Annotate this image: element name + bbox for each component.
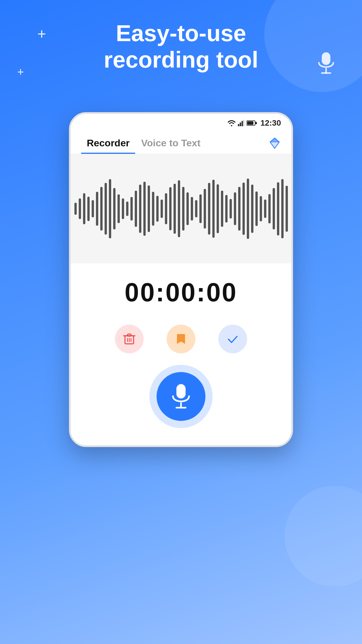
timer-section: 00:00:00 [71, 263, 291, 316]
wifi-icon [228, 120, 236, 126]
waveform-area [71, 154, 291, 263]
svg-rect-8 [247, 121, 253, 125]
tab-voice-to-text[interactable]: Voice to Text [135, 133, 206, 154]
waveform-bar [251, 185, 253, 233]
waveform-bar [199, 194, 202, 223]
svg-rect-0 [322, 52, 330, 65]
waveform-bar [234, 192, 236, 225]
waveform-bar [217, 184, 219, 233]
delete-button[interactable] [115, 325, 144, 353]
waveform-bar [264, 200, 266, 218]
tab-recorder[interactable]: Recorder [81, 133, 135, 154]
waveform-bar [273, 188, 275, 229]
waveform-bar [286, 186, 288, 232]
check-button[interactable] [218, 325, 247, 353]
waveform-bar [122, 198, 124, 219]
signal-icon [238, 120, 244, 126]
waveform-bar [268, 194, 271, 224]
waveform-bar [96, 192, 98, 225]
plus-decoration-2: + [17, 66, 24, 78]
diamond-icon[interactable] [268, 137, 281, 151]
waveform-bar [225, 195, 228, 223]
battery-icon [247, 120, 257, 126]
waveform-bar [79, 198, 81, 219]
mic-section [71, 359, 291, 445]
waveform-bar [165, 193, 167, 224]
timer-display: 00:00:00 [71, 278, 291, 307]
svg-rect-4 [240, 122, 241, 126]
svg-rect-5 [242, 121, 243, 126]
svg-rect-3 [238, 124, 239, 126]
waveform-bar [281, 179, 284, 238]
svg-rect-16 [128, 334, 131, 336]
record-button[interactable] [157, 372, 205, 421]
waveform-bar [178, 180, 180, 237]
waveform-bar [255, 191, 258, 226]
waveform-bar [191, 197, 193, 220]
phone-mockup: 12:30 Recorder Voice to Text 00:00:00 [69, 112, 293, 447]
svg-marker-12 [270, 138, 279, 142]
waveform [74, 177, 288, 240]
waveform-bar [277, 182, 279, 235]
waveform-bar [118, 194, 120, 223]
status-bar: 12:30 [71, 114, 291, 130]
waveform-bar [83, 193, 85, 224]
waveform-bar [208, 183, 210, 235]
svg-rect-6 [244, 120, 244, 126]
waveform-bar [126, 202, 128, 216]
waveform-bar [135, 191, 137, 227]
waveform-bar [109, 179, 111, 238]
bookmark-button[interactable] [167, 325, 195, 353]
waveform-bar [182, 187, 184, 231]
status-icons [228, 120, 257, 126]
waveform-bar [195, 200, 197, 217]
waveform-bar [87, 197, 90, 221]
plus-decoration-1: + [37, 25, 46, 43]
waveform-bar [230, 199, 232, 218]
waveform-bar [148, 185, 150, 232]
waveform-bar [152, 192, 154, 225]
bg-circle-2 [284, 486, 362, 586]
waveform-bar [92, 200, 94, 217]
waveform-bar [260, 196, 262, 222]
waveform-bar [105, 183, 107, 235]
status-time: 12:30 [260, 118, 281, 128]
waveform-bar [212, 180, 215, 238]
mic-outer-ring [149, 365, 213, 428]
svg-rect-9 [255, 122, 257, 124]
waveform-bar [74, 203, 77, 215]
waveform-bar [169, 187, 172, 230]
waveform-bar [139, 185, 141, 233]
waveform-bar [247, 179, 249, 239]
waveform-bar [113, 188, 115, 229]
tab-bar: Recorder Voice to Text [71, 130, 291, 154]
waveform-bar [161, 200, 163, 218]
svg-rect-20 [176, 384, 186, 398]
waveform-bar [130, 197, 133, 220]
waveform-bar [143, 182, 146, 236]
waveform-bar [186, 192, 189, 225]
waveform-bar [156, 196, 159, 222]
waveform-bar [174, 184, 176, 234]
waveform-bar [221, 191, 223, 227]
waveform-bar [100, 187, 103, 231]
header-text: Easy-to-use recording tool [75, 20, 287, 73]
waveform-bar [242, 183, 245, 235]
top-mic-icon [316, 52, 336, 79]
waveform-bar [204, 189, 206, 229]
waveform-bar [238, 187, 240, 231]
controls-section [71, 316, 291, 359]
